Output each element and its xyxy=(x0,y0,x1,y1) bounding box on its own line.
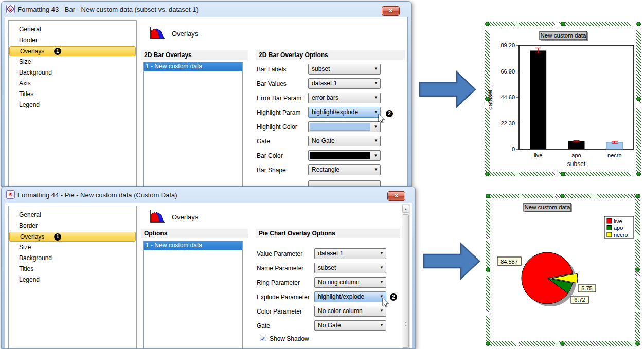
list-item-selected[interactable]: 1 - New custom data xyxy=(144,241,242,250)
pie-chart-panel[interactable]: New custom data5.756.7284.587liveaponecr… xyxy=(486,194,640,346)
arrow-right-bottom xyxy=(423,241,481,282)
scroll-up-button[interactable]: ▲ xyxy=(402,205,409,213)
resize-handle[interactable] xyxy=(485,172,490,176)
gate-label: Gate xyxy=(257,322,270,329)
resize-handle[interactable] xyxy=(635,267,640,272)
svg-text:subset: subset xyxy=(567,160,586,168)
scrollbar-thumb[interactable] xyxy=(403,214,409,348)
name-parameter-label: Name Parameter xyxy=(257,265,303,272)
dialog-body: General Border Overlays 1 Size Backgroun… xyxy=(5,17,408,186)
step-2-badge: 2 xyxy=(386,110,393,117)
sidebar-item-border[interactable]: Border xyxy=(9,35,136,46)
bar-color-select[interactable]: ▼ xyxy=(308,150,381,161)
list-section-header: Options xyxy=(141,229,248,238)
vertical-scrollbar[interactable]: ▲ xyxy=(402,204,410,348)
svg-text:necro: necro xyxy=(607,152,622,158)
resize-handle[interactable] xyxy=(485,22,490,26)
check-icon: ✓ xyxy=(260,335,265,342)
resize-handle[interactable] xyxy=(560,194,565,198)
highlight-color-label: Highlight Color xyxy=(257,123,297,131)
error-bar-param-label: Error Bar Param xyxy=(257,95,301,102)
sidebar-item-background[interactable]: Background xyxy=(9,67,136,78)
step-1-badge: 1 xyxy=(54,48,61,55)
resize-handle[interactable] xyxy=(486,194,490,198)
resize-handle[interactable] xyxy=(636,172,641,176)
sidebar-item-titles[interactable]: Titles xyxy=(9,264,136,274)
bar-chart-panel[interactable]: New custom data022.3044.6066.9089.20data… xyxy=(485,22,641,176)
list-item-selected[interactable]: 1 - New custom data xyxy=(144,62,242,71)
sidebar-item-general[interactable]: General xyxy=(9,210,136,221)
show-shadow-label: Show Shadow xyxy=(270,335,309,342)
close-button[interactable]: ✕ xyxy=(387,191,405,201)
svg-text:live: live xyxy=(534,152,543,158)
options-section-header: Pie Chart Overlay Options xyxy=(256,229,400,238)
sidebar-item-size[interactable]: Size xyxy=(9,242,136,253)
color-swatch xyxy=(310,152,370,159)
sidebar-item-general[interactable]: General xyxy=(9,24,136,35)
bar-labels-label: Bar Labels xyxy=(257,66,286,73)
show-shadow-checkbox[interactable]: ✓ xyxy=(260,335,266,341)
chevron-down-icon: ▼ xyxy=(380,251,384,255)
category-sidebar: General Border Overlays 1 Size Backgroun… xyxy=(8,206,137,348)
bar-shape-label: Bar Shape xyxy=(257,167,286,174)
mouse-cursor xyxy=(382,298,389,308)
explode-parameter-select[interactable]: highlight/explode ▼ xyxy=(314,291,386,302)
close-button[interactable]: ✕ xyxy=(382,6,400,16)
sidebar-item-axis[interactable]: Axis xyxy=(9,78,136,89)
highlight-color-select[interactable]: ▼ xyxy=(308,121,381,132)
bar-shape-select[interactable]: Rectangle ▼ xyxy=(308,164,381,175)
svg-text:5: 5 xyxy=(9,7,12,12)
bar-values-select[interactable]: dataset 1 ▼ xyxy=(308,78,381,89)
sidebar-item-legend[interactable]: Legend xyxy=(9,274,136,285)
sidebar-item-legend[interactable]: Legend xyxy=(9,100,136,111)
chevron-down-icon: ▼ xyxy=(374,95,378,100)
gate-select[interactable]: No Gate ▼ xyxy=(314,320,386,331)
clipped-next-option[interactable] xyxy=(308,180,381,186)
resize-handle[interactable] xyxy=(561,172,565,176)
chevron-down-icon[interactable]: ▼ xyxy=(371,151,380,160)
resize-handle[interactable] xyxy=(635,341,640,346)
chevron-down-icon: ▼ xyxy=(374,167,378,172)
chevron-down-icon: ▼ xyxy=(374,109,378,114)
sidebar-item-background[interactable]: Background xyxy=(9,253,136,264)
pane-title: Overlays xyxy=(172,213,198,221)
resize-handle[interactable] xyxy=(636,22,641,26)
window-title: Formatting 43 - Bar - New custom data (s… xyxy=(17,6,199,13)
gate-select[interactable]: No Gate ▼ xyxy=(308,136,381,146)
sidebar-item-titles[interactable]: Titles xyxy=(9,89,136,100)
svg-text:89.20: 89.20 xyxy=(500,42,515,48)
gate-label: Gate xyxy=(257,138,270,145)
sidebar-item-border[interactable]: Border xyxy=(9,221,136,231)
sidebar-item-overlays[interactable]: Overlays 1 xyxy=(9,232,136,242)
resize-handle[interactable] xyxy=(486,267,490,272)
resize-handle[interactable] xyxy=(636,97,641,101)
ring-parameter-select[interactable]: No ring column ▼ xyxy=(314,277,386,288)
chevron-down-icon: ▼ xyxy=(380,265,384,270)
color-swatch xyxy=(310,123,370,131)
color-parameter-select[interactable]: No color column ▼ xyxy=(314,306,386,317)
resize-handle[interactable] xyxy=(486,341,490,346)
name-parameter-select[interactable]: subset ▼ xyxy=(314,263,386,273)
arrow-right-top xyxy=(419,69,477,110)
error-bar-param-select[interactable]: error bars ▼ xyxy=(308,93,381,103)
svg-text:necro: necro xyxy=(614,232,628,238)
svg-text:New custom data: New custom data xyxy=(525,204,570,210)
ring-parameter-label: Ring Parameter xyxy=(257,279,300,286)
format-pie-dialog: 5 Formatting 44 - Pie - New custom data … xyxy=(1,187,416,349)
sidebar-item-size[interactable]: Size xyxy=(9,57,136,67)
resize-handle[interactable] xyxy=(560,341,565,346)
resize-handle[interactable] xyxy=(485,97,490,101)
resize-handle[interactable] xyxy=(561,22,565,26)
dialog-body: General Border Overlays 1 Size Backgroun… xyxy=(5,203,412,348)
value-parameter-select[interactable]: dataset 1 ▼ xyxy=(314,248,386,259)
resize-handle[interactable] xyxy=(635,194,640,198)
overlays-icon xyxy=(149,209,166,224)
sidebar-item-overlays[interactable]: Overlays 1 xyxy=(9,46,136,56)
mouse-cursor xyxy=(378,114,385,124)
step-1-badge: 1 xyxy=(54,233,61,241)
highlight-param-label: Highlight Param xyxy=(257,109,300,116)
svg-text:live: live xyxy=(614,218,622,224)
highlight-param-select[interactable]: highlight/explode ▼ xyxy=(308,107,381,118)
options-section-header: 2D Bar Overlay Options xyxy=(256,50,405,60)
bar-labels-select[interactable]: subset ▼ xyxy=(308,64,381,75)
